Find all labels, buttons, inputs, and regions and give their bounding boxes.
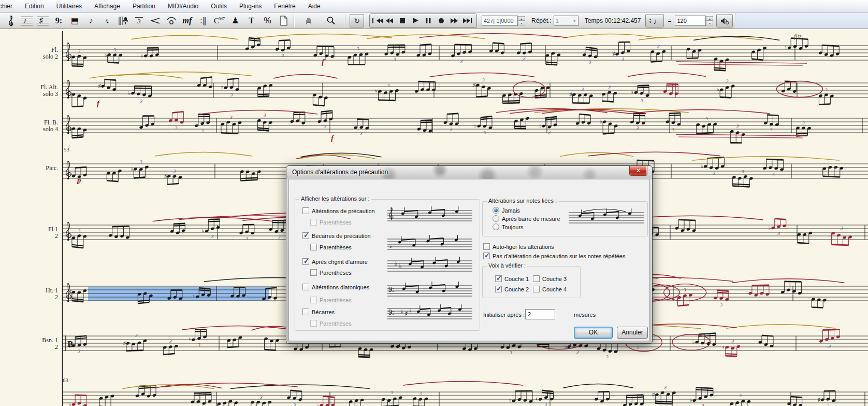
articulation-icon[interactable]	[163, 14, 179, 27]
checkbox-box[interactable]	[302, 207, 309, 214]
tempo-input[interactable]	[675, 16, 706, 26]
expression-icon[interactable]: mf	[179, 14, 195, 27]
zoom-tool-icon[interactable]	[323, 14, 339, 27]
playback-counter[interactable]: 427| 1|0000	[482, 16, 518, 26]
smart-shape-icon[interactable]	[147, 14, 163, 27]
checkbox-parentheses-2[interactable]: Parenthèses	[310, 243, 352, 251]
checkbox-apres-chgmt-armure[interactable]: Après chgmt d'armure	[302, 258, 368, 265]
lyrics-icon[interactable]: ♟	[227, 14, 243, 27]
tempo-unit-button[interactable]: ▲▼ ♩	[645, 14, 664, 27]
cancel-button[interactable]: Annuler	[617, 327, 648, 339]
clef-tool-icon[interactable]: 9:	[51, 14, 67, 27]
svg-text:♯: ♯	[98, 83, 101, 89]
checkbox-box[interactable]	[302, 284, 309, 290]
svg-text:♭: ♭	[701, 163, 703, 169]
checkbox-box[interactable]	[495, 286, 502, 292]
skip-to-end-button[interactable]	[462, 16, 475, 26]
svg-text:♭: ♭	[565, 344, 567, 349]
menu-plug-ins[interactable]: Plug-ins	[233, 0, 268, 12]
checkbox-box[interactable]	[302, 232, 309, 239]
chevron-down-icon: ▼	[573, 19, 576, 23]
close-button[interactable]: ×	[629, 166, 647, 176]
menu-fen-tre[interactable]: Fenêtre	[268, 0, 301, 12]
skip-to-start-button[interactable]	[371, 16, 384, 26]
checkbox-parentheses-4[interactable]: Parenthèses	[310, 296, 352, 304]
record-button[interactable]	[436, 16, 449, 26]
svg-text:9:: 9:	[388, 309, 394, 316]
checkbox-box[interactable]	[310, 219, 317, 226]
radio-toujours[interactable]: Toujours	[493, 223, 524, 231]
menu-aide[interactable]: Aide	[302, 0, 327, 12]
svg-text:3: 3	[173, 169, 176, 174]
checkbox-box[interactable]	[310, 269, 317, 276]
checkbox-becarres[interactable]: Bécarres	[302, 308, 335, 316]
rewind-button[interactable]	[384, 16, 397, 26]
radio-button[interactable]	[493, 223, 499, 230]
checkbox-box[interactable]	[533, 286, 540, 292]
checkbox-box[interactable]	[483, 243, 490, 250]
svg-text:3: 3	[169, 339, 172, 344]
checkbox-couche-3[interactable]: Couche 3	[533, 275, 567, 283]
pause-button[interactable]	[423, 16, 436, 26]
checkbox-couche-1[interactable]: Couche 1	[495, 275, 529, 283]
checkbox-parentheses-1[interactable]: Parenthèses	[310, 218, 352, 226]
checkbox-box[interactable]	[533, 275, 540, 282]
checkbox-box[interactable]	[310, 244, 317, 250]
menu-affichage[interactable]: Affichage	[88, 0, 126, 12]
text-icon[interactable]: T	[243, 14, 259, 27]
ok-button[interactable]: OK	[574, 327, 613, 339]
menu-fichier[interactable]: Fichier	[0, 0, 19, 12]
stop-button[interactable]	[397, 16, 410, 26]
checkbox-box[interactable]	[310, 320, 317, 327]
checkbox-box[interactable]	[310, 297, 317, 303]
checkbox-alterations-de-precaution[interactable]: Altérations de précaution	[302, 207, 375, 215]
checkbox-couche-2[interactable]: Couche 2	[495, 285, 529, 293]
simple-entry-icon[interactable]: ♪	[83, 14, 99, 27]
repeat-icon[interactable]: :∥	[195, 14, 211, 27]
menu-edition[interactable]: Edition	[19, 0, 50, 12]
fast-forward-button[interactable]	[449, 16, 462, 26]
audio-setup-button[interactable]	[716, 14, 733, 27]
menu-midi-audio[interactable]: MIDI/Audio	[162, 0, 205, 12]
measure-tool-icon[interactable]: ▤	[67, 14, 83, 27]
selection-highlight[interactable]	[88, 287, 269, 301]
checkbox-becarres-de-precaution[interactable]: Bécarres de précaution	[302, 232, 371, 240]
checkbox-parentheses-5[interactable]: Parenthèses	[310, 319, 352, 327]
tuplet-icon[interactable]: 3	[131, 14, 147, 27]
checkbox-box[interactable]	[302, 258, 309, 265]
svg-text:♭: ♭	[395, 260, 398, 268]
page-layout-icon[interactable]	[276, 14, 292, 27]
note-mover-icon[interactable]: ♪	[99, 14, 115, 27]
checkbox-alterations-diatoniques[interactable]: Altérations diatoniques	[302, 283, 369, 291]
checkbox-pas-alteration-notes-repetees[interactable]: Pas d'altération de précaution sur les n…	[483, 252, 625, 260]
checkbox-parentheses-3[interactable]: Parenthèses	[310, 269, 352, 276]
selection-tool-icon[interactable]	[3, 14, 19, 27]
radio-button[interactable]	[493, 207, 499, 214]
radio-button[interactable]	[493, 215, 499, 222]
speedy-entry-icon[interactable]: ♪	[19, 14, 35, 27]
hyperscribe-icon[interactable]	[115, 14, 131, 27]
hand-grabber-icon[interactable]	[300, 14, 316, 27]
checkbox-box[interactable]	[483, 253, 490, 259]
mirror-icon[interactable]: %	[259, 14, 276, 27]
checkbox-box[interactable]	[495, 275, 502, 282]
play-button[interactable]	[410, 16, 423, 26]
repeat-select[interactable]: 1 ▼	[554, 16, 578, 26]
menu-partition[interactable]: Partition	[126, 0, 162, 12]
staff-label: Fl.	[51, 46, 58, 53]
checkbox-box[interactable]	[302, 309, 309, 315]
radio-jamais[interactable]: Jamais	[493, 206, 520, 214]
svg-text:3: 3	[581, 87, 584, 92]
chord-icon[interactable]: CM7	[211, 14, 227, 27]
tempo-spinner[interactable]: ▲▼	[706, 16, 713, 25]
checkbox-couche-4[interactable]: Couche 4	[533, 285, 567, 293]
counter-spinner[interactable]: ▲▼	[518, 16, 525, 25]
radio-apres-barre-de-mesure[interactable]: Après barre de mesure	[493, 215, 560, 222]
svg-text:3: 3	[259, 395, 263, 400]
initialiser-input[interactable]	[525, 309, 555, 319]
menu-outils[interactable]: Outils	[205, 0, 233, 12]
key-signature-icon[interactable]: ♯	[35, 14, 51, 27]
loop-playback-button[interactable]: ↻	[350, 14, 364, 27]
checkbox-auto-figer[interactable]: Auto-figer les altérations	[483, 243, 554, 250]
menu-utilitaires[interactable]: Utilitaires	[50, 0, 88, 12]
